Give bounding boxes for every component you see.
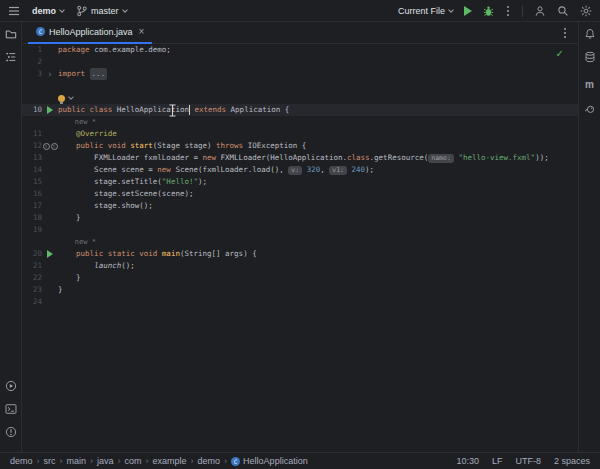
gradle-tool-button[interactable] (584, 103, 596, 115)
main-menu-button[interactable] (8, 6, 20, 16)
caret-position-widget[interactable]: 10:30 (456, 456, 479, 466)
code-row[interactable]: new * (22, 236, 578, 248)
code-row[interactable] (22, 80, 578, 92)
breadcrumb-item[interactable]: src (44, 456, 56, 466)
hamburger-icon (8, 6, 20, 16)
code-row[interactable]: 23} (22, 284, 578, 296)
close-tab-icon[interactable]: × (139, 27, 145, 37)
git-branch-icon (76, 5, 87, 17)
code-line: public void start(Stage stage) throws IO… (58, 140, 306, 152)
line-number: 3 (22, 68, 42, 80)
code-line: import ... (58, 68, 107, 80)
code-row[interactable]: 18 } (22, 212, 578, 224)
override-method-icon[interactable]: ↑ (43, 143, 50, 150)
run-tool-icon (5, 380, 17, 392)
run-configuration-selector[interactable]: Current File (398, 6, 453, 16)
run-gutter-icon[interactable] (47, 106, 53, 114)
run-gutter-icon[interactable] (47, 250, 53, 258)
terminal-tool-button[interactable] (5, 403, 17, 415)
gutter (42, 250, 58, 258)
code-token: Application { (226, 104, 289, 116)
breadcrumb-item[interactable]: example (153, 456, 187, 466)
project-selector[interactable]: demo (32, 6, 64, 16)
tab-options-button[interactable] (562, 32, 578, 34)
line-number: 18 (22, 212, 42, 224)
code-token: } (58, 284, 63, 296)
breadcrumb-separator: › (37, 456, 40, 466)
inspections-ok-icon[interactable]: ✓ (556, 48, 564, 59)
code-token: "Hello!" (162, 176, 198, 188)
more-actions-button[interactable] (505, 10, 511, 12)
line-number: 14 (22, 164, 42, 176)
settings-button[interactable] (580, 5, 592, 17)
line-number: 11 (22, 128, 42, 140)
line-number: 2 (22, 56, 42, 68)
code-row[interactable]: 3›import ... (22, 68, 578, 80)
fold-arrow-icon[interactable]: › (47, 70, 52, 79)
search-everywhere-button[interactable] (557, 5, 569, 17)
maven-tool-button[interactable]: m (585, 74, 594, 92)
breadcrumb-separator: › (224, 456, 227, 466)
code-row[interactable]: 2 (22, 56, 578, 68)
breadcrumb-item[interactable]: main (67, 456, 87, 466)
problems-tool-button[interactable] (5, 426, 17, 438)
code-row[interactable]: 11 @Override (22, 128, 578, 140)
editor-tab-bar: C HelloApplication.java × (22, 22, 578, 44)
code-line: } (58, 212, 81, 224)
code-row[interactable]: 13 FXMLLoader fxmlLoader = new FXMLLoade… (22, 152, 578, 164)
code-token: } (58, 212, 81, 224)
code-token: Scene(fxmlLoader.load(), (171, 164, 288, 176)
editor-tab-active[interactable]: C HelloApplication.java × (28, 22, 152, 44)
database-tool-button[interactable] (584, 51, 596, 63)
code-line: stage.setScene(scene); (58, 188, 193, 200)
breadcrumb-item[interactable]: com (125, 456, 142, 466)
code-line: Scene scene = new Scene(fxmlLoader.load(… (58, 164, 374, 176)
code-line: @Override (58, 128, 117, 140)
code-row[interactable]: 1package com.example.demo; (22, 44, 578, 56)
profile-button[interactable] (534, 5, 546, 17)
code-line: package com.example.demo; (58, 44, 171, 56)
code-row[interactable]: 16 stage.setScene(scene); (22, 188, 578, 200)
code-token: )); (535, 152, 549, 164)
intention-bulb-icon[interactable] (58, 95, 65, 102)
structure-tool-button[interactable] (5, 51, 17, 63)
code-token (58, 140, 76, 152)
run-tool-button[interactable] (5, 380, 17, 392)
code-row[interactable]: 12↑↑ public void start(Stage stage) thro… (22, 140, 578, 152)
project-tool-button[interactable] (5, 28, 17, 40)
code-token (58, 128, 76, 140)
code-row[interactable]: 20 public static void main(String[] args… (22, 248, 578, 260)
chevron-down-icon[interactable] (68, 94, 74, 100)
line-number: 24 (22, 296, 42, 308)
run-button[interactable] (464, 6, 472, 16)
line-number: 1 (22, 44, 42, 56)
code-row[interactable]: 24 (22, 296, 578, 308)
breadcrumb-item[interactable]: demo (10, 456, 33, 466)
code-row[interactable]: 17 stage.show(); (22, 200, 578, 212)
code-line: stage.setTitle("Hello!"); (58, 176, 207, 188)
line-separator-widget[interactable]: LF (492, 456, 503, 466)
code-row[interactable]: 21 launch(); (22, 260, 578, 272)
notifications-button[interactable] (584, 28, 596, 40)
code-token (58, 248, 76, 260)
code-row[interactable] (22, 92, 578, 104)
code-row[interactable]: 19 (22, 224, 578, 236)
code-area: 1package com.example.demo;23›import ...1… (22, 44, 578, 308)
code-token: HelloApplication (117, 104, 189, 116)
debug-button[interactable] (483, 5, 494, 17)
code-row[interactable]: 14 Scene scene = new Scene(fxmlLoader.lo… (22, 164, 578, 176)
code-row[interactable]: 22 } (22, 272, 578, 284)
override-method-icon[interactable]: ↑ (51, 143, 58, 150)
code-row[interactable]: 15 stage.setTitle("Hello!"); (22, 176, 578, 188)
code-row[interactable]: new * (22, 116, 578, 128)
structure-icon (5, 51, 17, 63)
vcs-branch-selector[interactable]: master (76, 5, 127, 17)
breadcrumb-item[interactable]: demo (198, 456, 221, 466)
encoding-widget[interactable]: UTF-8 (515, 456, 541, 466)
breadcrumb-item[interactable]: CHelloApplication (231, 456, 308, 466)
breadcrumb-item[interactable]: java (97, 456, 114, 466)
indent-widget[interactable]: 2 spaces (554, 456, 590, 466)
code-row[interactable]: 10public class HelloApplication extends … (22, 104, 578, 116)
toolbar-divider (522, 5, 523, 17)
editor[interactable]: 1package com.example.demo;23›import ...1… (22, 44, 578, 452)
